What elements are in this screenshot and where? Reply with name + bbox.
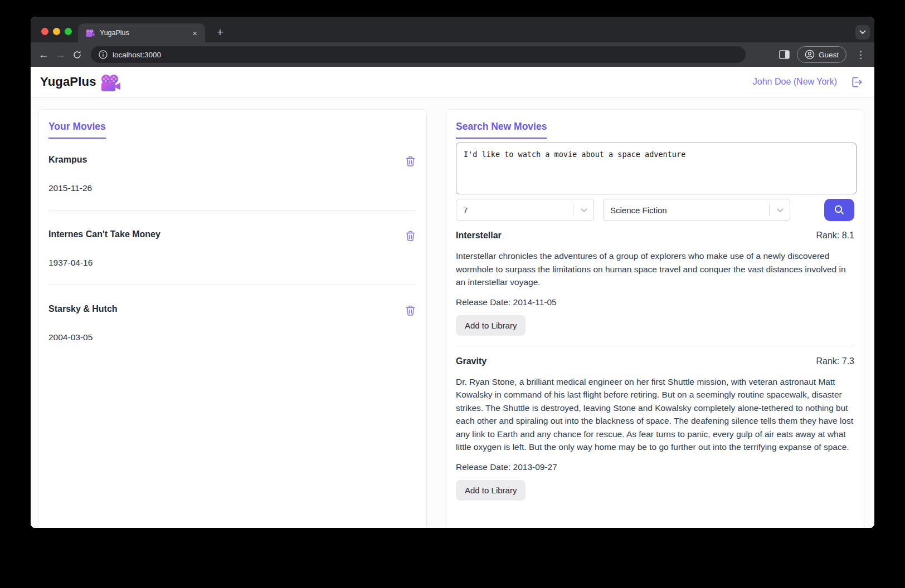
header-user-area: John Doe (New York) bbox=[753, 76, 863, 89]
reload-icon bbox=[72, 50, 82, 60]
category-select[interactable]: Science Fiction bbox=[603, 199, 790, 221]
movie-title: Krampus bbox=[48, 155, 87, 165]
chevron-down-icon bbox=[581, 208, 587, 213]
search-controls: 7 Science Fiction bbox=[456, 199, 854, 221]
movie-release-date: 2015-11-26 bbox=[48, 183, 416, 193]
mac-close-button[interactable] bbox=[41, 28, 48, 35]
logout-icon[interactable] bbox=[850, 76, 863, 89]
toolbar-right-cluster: Guest ⋮ bbox=[779, 46, 868, 63]
reload-button[interactable] bbox=[69, 46, 85, 63]
app-content: Your Movies Krampus bbox=[31, 97, 874, 528]
search-icon bbox=[833, 204, 845, 216]
result-rank: Rank: 7.3 bbox=[816, 356, 854, 366]
list-divider bbox=[48, 210, 416, 210]
movie-release-date: 2004-03-05 bbox=[48, 332, 416, 342]
guest-avatar-icon bbox=[805, 50, 815, 60]
address-bar[interactable]: localhost:3000 bbox=[91, 46, 746, 63]
list-item: Starsky & Hutch 2004-03-05 bbox=[48, 304, 416, 342]
browser-profile-button[interactable]: Guest bbox=[797, 46, 846, 63]
list-item: Internes Can't Take Money 1937-04-1 bbox=[48, 229, 416, 285]
browser-tab-active[interactable]: YugaPlus × bbox=[78, 23, 205, 42]
forward-button[interactable]: → bbox=[52, 46, 69, 63]
app-header: YugaPlus John Doe (New York) bbox=[31, 67, 874, 97]
chevron-down-icon bbox=[777, 208, 784, 213]
new-tab-button[interactable]: + bbox=[212, 24, 228, 40]
yugaplus-app: YugaPlus John Doe (New York) bbox=[31, 67, 874, 528]
mac-fullscreen-button[interactable] bbox=[65, 28, 72, 35]
result-release-date: Release Date: 2014-11-05 bbox=[456, 297, 854, 307]
tab-search-chevron-button[interactable] bbox=[855, 25, 870, 40]
url-text: localhost:3000 bbox=[113, 51, 161, 59]
mac-minimize-button[interactable] bbox=[53, 28, 60, 35]
result-release-date: Release Date: 2013-09-27 bbox=[456, 462, 854, 472]
tab-title: YugaPlus bbox=[100, 29, 190, 37]
movie-release-date: 1937-04-16 bbox=[48, 258, 416, 268]
result-description: Dr. Ryan Stone, a brilliant medical engi… bbox=[456, 375, 854, 454]
result-divider bbox=[456, 346, 854, 346]
add-to-library-button[interactable]: Add to Library bbox=[456, 315, 526, 336]
browser-tab-strip: YugaPlus × + bbox=[31, 17, 874, 42]
result-rank: Rank: 8.1 bbox=[816, 231, 854, 241]
list-divider bbox=[48, 285, 416, 285]
add-to-library-button[interactable]: Add to Library bbox=[456, 480, 526, 501]
list-item: Krampus 2015-11-26 bbox=[48, 155, 416, 210]
site-info-icon[interactable] bbox=[99, 50, 108, 59]
user-name: John Doe (New York) bbox=[753, 77, 837, 87]
delete-movie-button[interactable] bbox=[405, 155, 416, 168]
search-query-input[interactable]: I'd like to watch a movie about a space … bbox=[456, 143, 857, 194]
side-panel-icon[interactable] bbox=[779, 50, 790, 59]
movie-title: Starsky & Hutch bbox=[48, 304, 118, 314]
search-new-movies-heading: Search New Movies bbox=[456, 121, 547, 139]
trash-icon bbox=[406, 231, 415, 241]
category-value: Science Fiction bbox=[610, 205, 667, 215]
chevron-down-icon bbox=[859, 30, 866, 35]
screenshot-stage: YugaPlus × + ← → bbox=[0, 0, 905, 588]
browser-window: YugaPlus × + ← → bbox=[31, 17, 874, 528]
movie-camera-favicon-icon bbox=[86, 29, 95, 37]
search-new-movies-panel: Search New Movies I'd like to watch a mo… bbox=[446, 109, 864, 528]
your-movies-panel: Your Movies Krampus bbox=[38, 109, 427, 528]
window-controls bbox=[41, 28, 72, 35]
your-movies-heading: Your Movies bbox=[48, 121, 106, 139]
delete-movie-button[interactable] bbox=[405, 229, 416, 242]
trash-icon bbox=[406, 305, 415, 316]
result-description: Interstellar chronicles the adventures o… bbox=[456, 249, 854, 289]
select-separator bbox=[573, 204, 573, 216]
result-title: Gravity bbox=[456, 356, 486, 366]
movie-title: Internes Can't Take Money bbox=[48, 229, 160, 239]
select-separator bbox=[769, 204, 770, 216]
trash-icon bbox=[406, 156, 415, 166]
back-button[interactable]: ← bbox=[35, 46, 52, 63]
movie-camera-logo-icon bbox=[101, 74, 121, 92]
search-result: Gravity Rank: 7.3 Dr. Ryan Stone, a bril… bbox=[456, 356, 854, 501]
max-results-value: 7 bbox=[463, 205, 468, 215]
browser-menu-button[interactable]: ⋮ bbox=[854, 49, 868, 61]
result-title: Interstellar bbox=[456, 231, 502, 241]
tab-close-icon[interactable]: × bbox=[190, 28, 200, 38]
guest-label: Guest bbox=[819, 51, 839, 59]
max-results-select[interactable]: 7 bbox=[456, 199, 594, 221]
search-result: Interstellar Rank: 8.1 Interstellar chro… bbox=[456, 231, 854, 336]
app-title: YugaPlus bbox=[40, 75, 96, 89]
search-button[interactable] bbox=[824, 199, 854, 221]
delete-movie-button[interactable] bbox=[405, 304, 416, 317]
browser-toolbar: ← → localhost:3000 bbox=[31, 42, 874, 67]
